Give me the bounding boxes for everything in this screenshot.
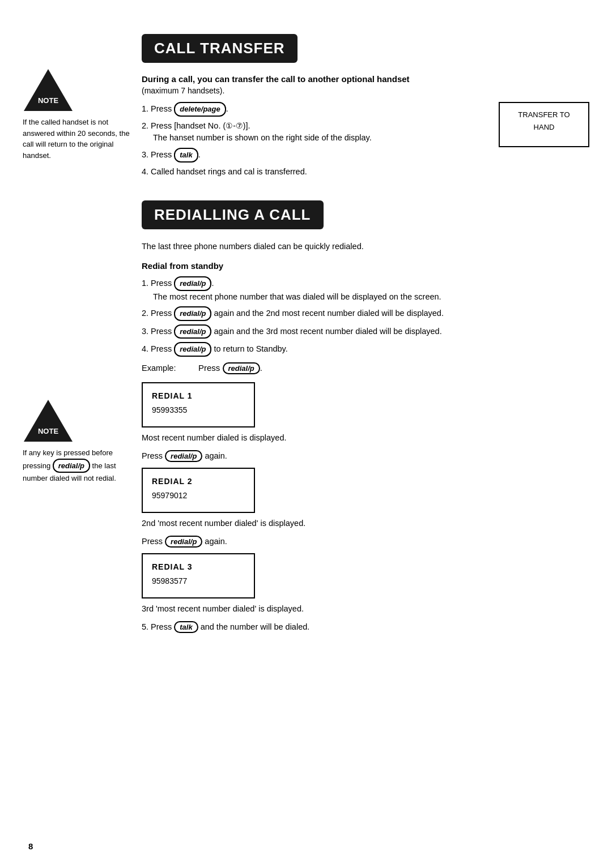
redial-key-1: redial/p [174,276,211,291]
example-press-text: Press redial/p. [198,362,262,374]
redial-key-4: redial/p [174,342,211,357]
transfer-box-line1: TRANSFER TO [518,110,570,119]
redial1-number: 95993355 [152,403,245,417]
main-content: CALL TRANSFER During a call, you can tra… [142,34,589,644]
transfer-step-4: 4. Called handset rings and cal is trans… [142,166,482,178]
call-transfer-title: CALL TRANSFER [142,34,298,63]
redial-step-2: 2. Press redial/p again and the 2nd most… [142,306,589,321]
redial1-label: REDIAL 1 [152,389,245,403]
delete-page-key: delete/page [174,102,226,117]
redialling-title: REDIALLING A CALL [142,200,324,229]
call-transfer-intro-bold: During a call, you can transfer the call… [142,74,589,84]
redial-step-1-subtext: The most recent phone number that was di… [153,291,589,303]
transfer-area: 1. Press delete/page. 2. Press [handset … [142,102,589,183]
svg-text:NOTE: NOTE [38,96,58,105]
note-block-1: NOTE If the called handset is not answer… [23,68,130,161]
svg-text:NOTE: NOTE [38,427,58,435]
handset-number-key: (①-⑦) [223,121,245,130]
transfer-step-2: 2. Press [handset No. (①-⑦)]. The hanset… [142,120,482,145]
transfer-steps: 1. Press delete/page. 2. Press [handset … [142,102,482,183]
transfer-step-3: 3. Press talk. [142,148,482,163]
page-number: 8 [28,841,33,851]
redialling-steps-list: 1. Press redial/p. The most recent phone… [142,276,589,357]
note-block-2: NOTE If any key is pressed before pressi… [23,399,130,484]
call-transfer-intro-sub: (maximum 7 handsets). [142,86,589,95]
redial2-number: 95979012 [152,489,245,503]
display-box-1: REDIAL 1 95993355 [142,382,255,427]
redial-step-1: 1. Press redial/p. The most recent phone… [142,276,589,303]
note2-key: redial/p [53,459,90,473]
redial-key-again-2: redial/p [165,536,202,548]
step5: 5. Press talk and the number will be dia… [142,621,589,633]
note2-text: If any key is pressed before pressing re… [23,447,130,484]
talk-key-1: talk [174,148,198,163]
redial2-caption: 2nd 'most recent number dialed' is displ… [142,519,589,528]
transfer-box-line2: HAND [534,123,555,131]
redial2-label: REDIAL 2 [152,474,245,489]
example-label: Example: [142,364,187,373]
press-again-1: Press redial/p again. [142,450,589,462]
display-box-2: REDIAL 2 95979012 [142,468,255,513]
left-column: NOTE If the called handset is not answer… [23,68,130,507]
redial3-label: REDIAL 3 [152,560,245,574]
transfer-step-2-subtext: The hanset number is shown on the right … [153,132,482,144]
transfer-steps-list: 1. Press delete/page. 2. Press [handset … [142,102,482,178]
redial3-caption: 3rd 'most recent number dialed' is displ… [142,604,589,613]
redial3-number: 95983577 [152,574,245,588]
example-row: Example: Press redial/p. [142,362,589,374]
transfer-step-1: 1. Press delete/page. [142,102,482,117]
redial-step-4: 4. Press redial/p to return to Standby. [142,342,589,357]
note-triangle-2: NOTE [23,399,74,443]
redial-from-standby: Redial from standby [142,261,589,271]
redial-key-again-1: redial/p [165,450,202,462]
transfer-box: TRANSFER TO HAND [499,102,589,147]
redial-step-3: 3. Press redial/p again and the 3rd most… [142,324,589,339]
redial1-caption: Most recent number dialed is displayed. [142,433,589,442]
call-transfer-section: CALL TRANSFER During a call, you can tra… [142,34,589,183]
redial-key-example: redial/p [223,362,260,374]
display-box-3: REDIAL 3 95983577 [142,553,255,598]
redialling-intro: The last three phone numbers dialed can … [142,241,589,253]
press-again-2: Press redial/p again. [142,536,589,548]
redialling-section: REDIALLING A CALL The last three phone n… [142,200,589,633]
redial-key-3: redial/p [174,324,211,339]
note1-text: If the called handset is not answered wi… [23,117,130,161]
talk-key-2: talk [174,621,198,633]
note-triangle-1: NOTE [23,68,74,112]
redial-key-2: redial/p [174,306,211,321]
